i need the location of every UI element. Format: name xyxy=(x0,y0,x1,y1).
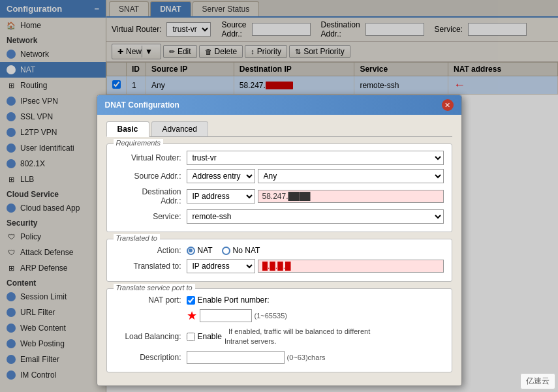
port-range-hint: (1~65535) xyxy=(255,312,287,320)
modal-source-label: Source Addr.: xyxy=(115,172,187,181)
radio-nat-label: NAT xyxy=(198,246,213,255)
modal-action-control: NAT No NAT xyxy=(187,246,444,255)
modal-port-input-control: ★ (1~65535) xyxy=(187,309,444,323)
translated-section: Translated to Action: NAT No NAT xyxy=(106,239,452,282)
modal-tab-basic[interactable]: Basic xyxy=(106,121,149,137)
modal-close-button[interactable]: ✕ xyxy=(442,99,454,111)
modal-nat-port-row: NAT port: Enable Port number: xyxy=(115,295,444,305)
modal-translated-value-input[interactable] xyxy=(258,260,444,273)
modal-service-row: Service: remote-ssh xyxy=(115,209,444,224)
modal-desc-input[interactable] xyxy=(187,351,285,364)
modal-body: Basic Advanced Requirements Virtual Rout… xyxy=(97,115,461,385)
load-balance-enable-label: Enable xyxy=(198,332,222,341)
modal-dest-control: IP address Address entry Any xyxy=(187,189,444,204)
enable-port-label: Enable Port number: xyxy=(198,295,270,305)
dnat-config-modal: DNAT Configuration ✕ Basic Advanced Requ… xyxy=(97,95,462,386)
desc-char-hint: (0~63)chars xyxy=(287,354,326,361)
modal-load-balance-control: Enable If enabled, traffic will be balan… xyxy=(187,327,444,347)
translated-title: Translated to xyxy=(114,234,160,242)
modal-source-type-select[interactable]: Address entry IP address Any xyxy=(187,169,255,183)
modal-title: DNAT Configuration xyxy=(105,100,179,110)
modal-translated-control: IP address Address entry xyxy=(187,259,444,273)
modal-vr-row: Virtual Router: trust-vr xyxy=(115,151,444,165)
modal-port-input[interactable] xyxy=(200,309,252,322)
enable-port-checkbox[interactable] xyxy=(187,296,195,305)
modal-vr-control: trust-vr xyxy=(187,151,444,165)
modal-dest-label: DestinationAddr.: xyxy=(115,187,187,205)
modal-port-input-row: ★ (1~65535) xyxy=(115,309,444,323)
modal-source-row: Source Addr.: Address entry IP address A… xyxy=(115,169,444,183)
modal-dest-value-input[interactable] xyxy=(258,190,444,203)
service-port-section: Translate service port to NAT port: Enab… xyxy=(106,288,452,372)
modal-desc-control: (0~63)chars xyxy=(187,351,444,364)
modal-translated-type-select[interactable]: IP address Address entry xyxy=(187,259,255,273)
modal-service-select[interactable]: remote-ssh xyxy=(187,209,444,224)
requirements-section: Requirements Virtual Router: trust-vr So… xyxy=(106,143,452,232)
radio-no-nat-label: No NAT xyxy=(233,246,260,255)
load-balance-description: If enabled, traffic will be balanced to … xyxy=(225,327,394,347)
watermark-text: 亿速云 xyxy=(526,376,550,385)
modal-service-control: remote-ssh xyxy=(187,209,444,224)
required-star-icon: ★ xyxy=(187,309,197,323)
modal-overlay: DNAT Configuration ✕ Basic Advanced Requ… xyxy=(0,0,558,392)
modal-header: DNAT Configuration ✕ xyxy=(97,95,461,115)
modal-dest-type-select[interactable]: IP address Address entry Any xyxy=(187,189,255,204)
watermark: 亿速云 xyxy=(520,373,555,389)
requirements-title: Requirements xyxy=(114,139,163,147)
modal-load-balance-label: Load Balancing: xyxy=(115,332,187,341)
modal-nat-port-control: Enable Port number: xyxy=(187,295,444,305)
load-balance-checkbox-item[interactable]: Enable xyxy=(187,332,222,341)
modal-dest-row: DestinationAddr.: IP address Address ent… xyxy=(115,187,444,205)
modal-desc-label: Description: xyxy=(115,353,187,362)
radio-no-nat[interactable]: No NAT xyxy=(222,246,260,255)
modal-load-balance-row: Load Balancing: Enable If enabled, traff… xyxy=(115,327,444,347)
enable-port-checkbox-item[interactable]: Enable Port number: xyxy=(187,295,270,305)
modal-action-row: Action: NAT No NAT xyxy=(115,246,444,255)
modal-nat-port-label: NAT port: xyxy=(115,295,187,305)
modal-desc-row: Description: (0~63)chars xyxy=(115,351,444,364)
modal-tab-advanced[interactable]: Advanced xyxy=(151,121,208,136)
modal-translated-label: Translated to: xyxy=(115,262,187,271)
load-balance-checkbox[interactable] xyxy=(187,333,195,341)
modal-vr-select[interactable]: trust-vr xyxy=(187,151,444,165)
radio-nat-dot xyxy=(187,247,195,255)
modal-vr-label: Virtual Router: xyxy=(115,153,187,162)
modal-service-label: Service: xyxy=(115,212,187,221)
service-port-title: Translate service port to xyxy=(114,284,195,292)
radio-no-nat-dot xyxy=(222,247,230,255)
radio-nat[interactable]: NAT xyxy=(187,246,213,255)
nat-port-row: Enable Port number: xyxy=(187,295,270,305)
modal-source-control: Address entry IP address Any Any xyxy=(187,169,444,183)
modal-source-value-select[interactable]: Any xyxy=(258,169,444,183)
modal-action-label: Action: xyxy=(115,246,187,255)
modal-translated-row: Translated to: IP address Address entry xyxy=(115,259,444,273)
modal-tab-bar: Basic Advanced xyxy=(106,121,452,137)
